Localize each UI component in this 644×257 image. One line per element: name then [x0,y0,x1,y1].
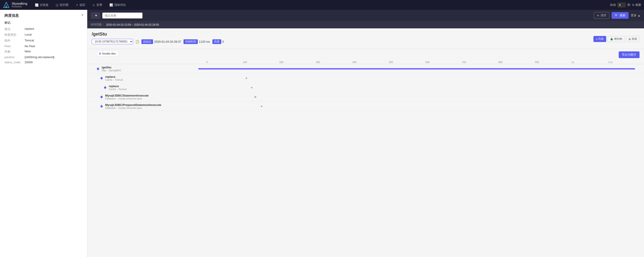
connector-2 [104,86,107,89]
trace-header: /getStu 19.55.15780761171760001 📋 起始点 20… [87,28,644,49]
info-component: 组件: Tomcat [4,39,82,43]
connector-3 [100,96,104,98]
bar-1 [246,77,247,79]
info-endpoint: 端点: replace [4,27,82,31]
list-view-button[interactable]: ≡ 列表 [594,36,606,42]
span-name-4: Mysql/JDBC/PreparedStatement/execute [105,103,202,107]
service-dot [99,53,101,54]
trace-id-select[interactable]: 19.55.15780761171760001 [92,39,133,44]
refresh-interval-input[interactable] [618,3,626,7]
span-name-0: /getStu [102,66,198,69]
app-sub: Rocketbot [12,5,27,8]
service-tag-label: foodie-dev [102,52,116,55]
connector-4 [100,105,104,107]
view-controls: ≡ 列表 🌲 树结构 ⊞ 表格 [594,36,640,42]
nav-alarm[interactable]: ⚠ 告警 [89,1,106,8]
ruler-mark-11s: 1.1s [608,61,644,63]
clear-icon: ✕ [597,14,599,17]
filter-bar: ▼ ✕ 清空 🔍 搜索 更多 ▲ [87,10,644,21]
ruler-mark-400: 400 [352,61,388,63]
info-error: 失败: false [4,50,82,54]
span-info-1: replace Cache – Tomcat [104,75,202,81]
connector-1 [100,77,104,79]
span-bar-3 [202,95,640,99]
compare-icon: 📊 [110,3,113,7]
meta-duration: 持续时间 1120 ms [184,39,210,44]
spans-container: /getStu Http – SpringMVC replace [87,64,644,257]
span-bar-0 [198,67,640,71]
trace-title: /getStu [92,31,224,37]
svg-marker-1 [5,5,8,7]
bar-0 [198,68,635,69]
ruler-mark-900: 900 [534,61,571,63]
span-sub-4: Database – mysql-connector-java [105,107,202,109]
main-wrapper: 跨度信息 ✕ 标记. 端点: replace 跨度类型: Local 组件: T… [0,10,644,257]
table-icon: ⊞ [628,37,631,41]
search-icon: 🔍 [615,14,618,17]
dot-3 [100,96,103,98]
dot-4 [100,105,103,107]
nav-items: 📈 仪表盘 ◫ 拓扑图 ↗ 追踪 ⚠ 告警 📊 指标对比 [32,1,610,8]
clear-button[interactable]: ✕ 清空 [594,12,609,19]
span-sub-2: Cache – Tomcat [109,88,206,90]
nav-dashboard[interactable]: 📈 仪表盘 [32,1,52,8]
more-button[interactable]: 更多 ▲ [631,13,640,17]
service-select[interactable]: ▼ [91,12,100,18]
auto-label: 自动 [610,3,616,7]
info-span-type: 跨度类型: Local [4,33,82,37]
logo: Skywalking Rocketbot [3,1,27,8]
panel-title: 跨度信息 [4,13,82,18]
export-button[interactable]: 导出为图片 [619,51,640,58]
tree-view-button[interactable]: 🌲 树结构 [608,36,625,42]
panel-close-button[interactable]: ✕ [81,13,84,17]
topology-icon: ◫ [56,3,58,7]
section-label: 标记. [4,21,82,25]
search-button[interactable]: 🔍 搜索 [612,12,628,19]
bar-4 [261,106,262,107]
ruler-mark-1s: 1s [571,61,608,63]
time-range-label: 时间范围： [91,23,104,26]
span-row-0[interactable]: /getStu Http – SpringMVC [87,64,644,73]
span-sub-1: Cache – Tomcat [105,78,202,81]
ruler-mark-100: 100 [242,61,279,63]
service-tag: foodie-dev [96,51,119,56]
endpoint-input[interactable] [102,12,142,18]
span-name-3: Mysql/JDBC/Statement/execute [105,94,202,97]
span-row-2[interactable]: replace Cache – Tomcat [87,83,644,92]
content-area: ▼ ✕ 清空 🔍 搜索 更多 ▲ 时间范围： 2020-01-04 02:13:… [87,10,644,257]
list-icon: ≡ [596,37,598,41]
connector-0 [96,68,100,70]
span-row-3[interactable]: Mysql/JDBC/Statement/execute Database – … [87,92,644,102]
refresh-icon: ↻ [632,3,634,7]
span-row-1[interactable]: replace Cache – Tomcat [87,73,644,83]
ruler-mark-800: 800 [498,61,534,63]
dot-1 [100,77,103,79]
span-info-3: Mysql/JDBC/Statement/execute Database – … [104,94,202,100]
info-params: params: [oldString,old,replaced] [4,55,82,59]
span-row-4[interactable]: Mysql/JDBC/PreparedStatement/execute Dat… [87,102,644,111]
meta-spans: 跨度 5 [212,39,224,44]
nav-compare[interactable]: 📊 指标对比 [106,1,129,8]
ruler-mark-500: 500 [388,61,425,63]
ruler-mark-600: 600 [425,61,462,63]
chevron-up-icon: ▲ [638,14,640,17]
refresh-button[interactable]: ↻ 刷新 [632,3,641,7]
dot-0 [97,68,99,70]
info-status-code: status_code: 20000 [4,60,82,64]
top-nav: Skywalking Rocketbot 📈 仪表盘 ◫ 拓扑图 ↗ 追踪 ⚠ … [0,0,644,10]
span-sub-3: Database – mysql-connector-java [105,97,202,100]
span-name-2: replace [109,84,206,88]
time-bar: 时间范围： 2020-01-04 02:13:50 ~ 2020-01-04 0… [87,21,644,28]
nav-topology[interactable]: ◫ 拓扑图 [52,1,72,8]
copy-icon[interactable]: 📋 [136,40,139,43]
seconds-label: 秒 [628,3,630,7]
nav-trace[interactable]: ↗ 追踪 [72,1,88,8]
span-bar-1 [202,76,640,80]
span-bar-2 [206,86,640,90]
table-view-button[interactable]: ⊞ 表格 [626,36,640,42]
nav-right: 自动 秒 ↻ 刷新 [610,3,641,7]
ruler-mark-700: 700 [462,61,498,63]
time-range-value: 2020-01-04 02:13:50 ~ 2020-01-04 02:28:5… [106,23,159,26]
trace-main: /getStu 19.55.15780761171760001 📋 起始点 20… [87,28,644,257]
info-peer: Peer: No Peer [4,44,82,48]
